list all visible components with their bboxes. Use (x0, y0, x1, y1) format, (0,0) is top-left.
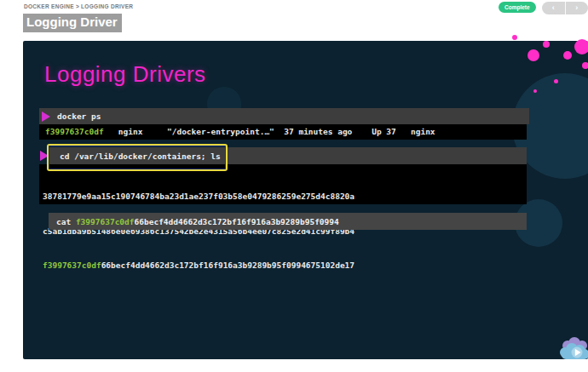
command-text: cat f3997637c0df66becf4dd4662d3c172bf16f… (56, 217, 339, 226)
play-icon (42, 112, 50, 122)
decor-dot (512, 35, 517, 40)
container-id: f3997637c0df (45, 127, 104, 136)
decor-dot (533, 89, 537, 93)
container-dir-rest: 66becf4dd4662d3c172bf16f916a3b9289b95f09… (101, 260, 355, 270)
previous-button[interactable]: ‹ (542, 2, 565, 14)
breadcrumb: DOCKER ENGINE > LOGGING DRIVER (24, 3, 133, 9)
slide-title: Logging Drivers (44, 61, 206, 88)
chevron-right-icon: › (575, 4, 578, 12)
decor-dot (554, 79, 558, 83)
container-dir-line: f3997637c0df66becf4dd4662d3c172bf16f916a… (43, 260, 527, 272)
decor-dot (563, 51, 572, 60)
ps-row-columns: nginx "/docker-entrypoint.…" 37 minutes … (104, 127, 435, 136)
chevron-left-icon: ‹ (552, 4, 555, 12)
command-bar-docker-ps: docker ps (39, 108, 529, 124)
next-button[interactable]: › (566, 2, 588, 14)
complete-button[interactable]: Complete (499, 2, 536, 13)
command-text: docker ps (57, 112, 101, 121)
highlight-box (47, 144, 228, 171)
decor-dot (582, 62, 588, 69)
decor-dot (543, 41, 550, 48)
container-id: f3997637c0df (76, 217, 135, 226)
course-player-page: DOCKER ENGINE > LOGGING DRIVER Logging D… (0, 0, 588, 372)
docker-ps-output: f3997637c0df nginx "/docker-entrypoint.…… (39, 124, 527, 140)
command-bar-cat: cat f3997637c0df66becf4dd4662d3c172bf16f… (49, 213, 527, 230)
lesson-nav: ‹ › (542, 2, 588, 14)
decor-dot (574, 39, 588, 54)
container-dir-line: 38781779e9aa15c190746784ba23d1ae237f03b5… (43, 191, 527, 203)
decor-dot (527, 49, 539, 61)
cat-prefix: cat (56, 217, 76, 226)
cloud-play-logo (556, 335, 588, 362)
page-title: Logging Driver (23, 14, 122, 32)
cat-rest: 66becf4dd4662d3c172bf16f916a3b9289b95f09… (135, 217, 339, 226)
container-id: f3997637c0df (43, 260, 101, 270)
slide-canvas: Logging Drivers docker ps f3997637c0df n… (23, 41, 588, 359)
